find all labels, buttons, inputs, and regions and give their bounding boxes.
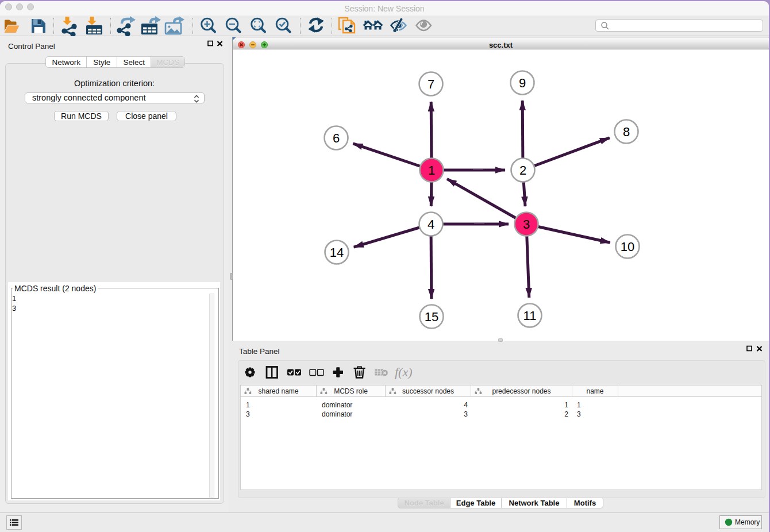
svg-text:6: 6 — [333, 131, 340, 145]
svg-text:8: 8 — [623, 125, 630, 139]
svg-text:9: 9 — [519, 76, 526, 90]
svg-text:2: 2 — [519, 163, 526, 178]
svg-text:1: 1 — [428, 163, 435, 178]
svg-text:10: 10 — [621, 240, 634, 254]
svg-text:14: 14 — [330, 245, 344, 260]
svg-text:4: 4 — [428, 217, 434, 232]
svg-text:3: 3 — [523, 217, 530, 232]
svg-text:f(x): f(x) — [395, 365, 413, 379]
svg-text:11: 11 — [523, 309, 537, 323]
svg-text:7: 7 — [428, 77, 434, 91]
svg-text:15: 15 — [425, 310, 438, 324]
